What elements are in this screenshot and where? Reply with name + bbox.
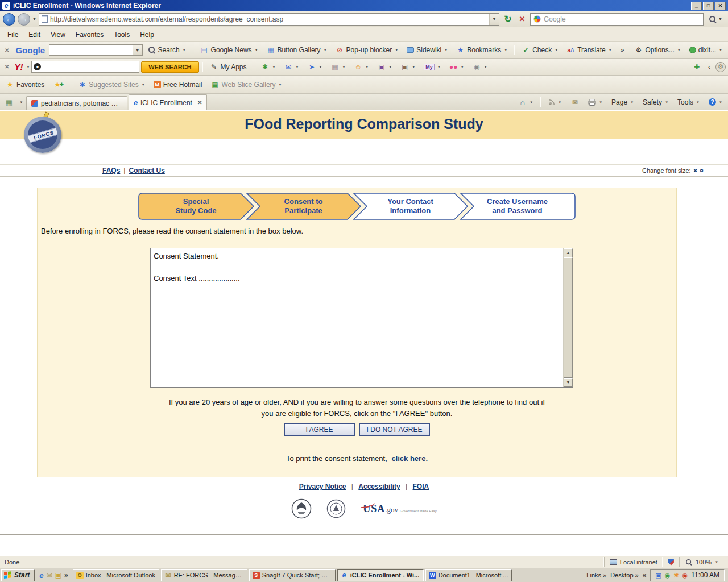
scroll-down-icon[interactable]: ▼ [564, 378, 573, 387]
zoom-dropdown-icon[interactable]: ▼ [715, 560, 718, 564]
search-box[interactable]: Google [530, 13, 704, 26]
help-menu-button[interactable]: ?▼ [705, 97, 726, 107]
yahoo-toolbar-close-icon[interactable]: ✕ [2, 64, 11, 70]
tab-close-icon[interactable]: ✕ [197, 99, 202, 106]
maximize-button[interactable]: □ [703, 2, 714, 10]
stop-button[interactable]: ✕ [516, 15, 528, 23]
flickr-button[interactable]: ●●▼ [446, 61, 468, 73]
taskbar-task-snagit[interactable]: S SnagIt 7 Quick Start; Ca... [249, 569, 336, 581]
home-button[interactable]: ⌂▼ [515, 96, 536, 108]
translate-button[interactable]: aA Translate ▼ [563, 44, 615, 56]
web-search-button[interactable]: WEB SEARCH [141, 61, 198, 73]
web-slice-gallery-button[interactable]: ▦ Web Slice Gallery ▼ [207, 78, 285, 90]
google-search-input[interactable]: ▼ [49, 44, 143, 56]
url-input[interactable] [50, 15, 487, 23]
close-button[interactable]: ✕ [715, 2, 726, 10]
add-favorite-button[interactable]: ★ ✚ [49, 78, 67, 90]
yahoo-messenger-button[interactable]: ▣▼ [374, 61, 395, 73]
i-agree-button[interactable]: I AGREE [284, 423, 355, 436]
spellcheck-button[interactable]: ✓ Check ▼ [518, 44, 561, 56]
page-menu-button[interactable]: Page▼ [608, 97, 637, 108]
forward-button[interactable]: → [18, 13, 30, 26]
consent-scrollbar[interactable]: ▲ ▼ [563, 248, 573, 387]
google-search-button[interactable]: Search ▼ [144, 44, 189, 56]
yahoo-share-button[interactable]: ➤▼ [304, 61, 325, 73]
menu-view[interactable]: View [46, 28, 71, 41]
history-dropdown-icon[interactable]: ▼ [32, 17, 36, 21]
menu-favorites[interactable]: Favorites [71, 28, 109, 41]
quicklaunch-mail-icon[interactable]: ✉ [47, 571, 52, 579]
usagov-logo[interactable]: USA .gov Government Made Easy [361, 503, 436, 515]
search-provider-dropdown-icon[interactable]: ▼ [718, 17, 722, 21]
tab-iclic-enrollment[interactable]: e iCLIC Enrollment ✕ [129, 94, 207, 110]
taskbar-task-word[interactable]: W Document1 - Microsoft ... [425, 569, 512, 581]
yahoo-apps-button[interactable]: ✱▼ [258, 61, 279, 73]
google-options-button[interactable]: ⚙ Options... ▼ [631, 44, 684, 56]
yahoo-mail-button[interactable]: ✉▼ [281, 61, 303, 73]
quicklaunch-ie-icon[interactable]: e [39, 571, 43, 580]
yahoo-search-input[interactable]: ● [31, 61, 139, 73]
tray-expand-chevron[interactable]: « [643, 571, 647, 579]
consent-statement-box[interactable]: Consent Statement. Consent Text ........… [150, 248, 573, 388]
sidewiki-button[interactable]: Sidewiki ▼ [403, 44, 451, 56]
accessibility-link[interactable]: Accessibility [358, 483, 400, 490]
taskbar-task-message[interactable]: ✉ RE: FORCS - Message (H... [161, 569, 247, 581]
scroll-up-icon[interactable]: ▲ [564, 248, 573, 257]
google-toolbar-close-icon[interactable]: ✕ [2, 47, 11, 53]
bookmarks-button[interactable]: ★ Bookmarks ▼ [453, 44, 511, 56]
tray-network-icon[interactable]: ▣ [655, 572, 661, 579]
google-search-dropdown-icon[interactable]: ▼ [133, 45, 142, 55]
feeds-button[interactable]: ▼ [545, 97, 565, 107]
privacy-notice-link[interactable]: Privacy Notice [299, 483, 346, 490]
google-news-button[interactable]: ▤ Google News ▼ [197, 44, 262, 56]
taskbar-task-iclic[interactable]: e iCLIC Enrollment - Wi... [337, 569, 424, 581]
add-app-button[interactable]: ✚ [690, 61, 703, 73]
i-do-not-agree-button[interactable]: I DO NOT AGREE [359, 423, 430, 436]
safety-menu-button[interactable]: Safety▼ [639, 97, 672, 108]
taskbar-clock[interactable]: 11:00 AM [691, 571, 719, 579]
quicklaunch-overflow-chevron[interactable]: » [64, 571, 68, 579]
taskbar-task-outlook[interactable]: O Inbox - Microsoft Outlook [73, 569, 159, 581]
print-button[interactable]: ▼ [585, 97, 606, 107]
quicklaunch-folder-icon[interactable]: ▣ [55, 571, 61, 579]
dropdown-icon[interactable]: ▼ [26, 65, 30, 69]
suggested-sites-button[interactable]: ✱ Suggested Sites ▼ [75, 78, 148, 90]
links-toolbar[interactable]: Links » [586, 572, 606, 579]
font-increase-icon[interactable]: « [698, 169, 706, 173]
menu-tools[interactable]: Tools [109, 28, 135, 41]
quick-tabs-icon[interactable]: ▦ [2, 96, 16, 109]
google-account-button[interactable]: dixit... ▼ [686, 44, 726, 56]
url-dropdown-icon[interactable]: ▼ [489, 14, 499, 25]
scrollbar-thumb[interactable] [564, 257, 573, 378]
contact-us-link[interactable]: Contact Us [129, 167, 164, 174]
favorites-button[interactable]: ★ Favorites [2, 78, 48, 90]
zoom-control[interactable]: 100% ▼ [679, 557, 723, 567]
refresh-button[interactable]: ↻ [502, 14, 514, 24]
yahoo-camera-button[interactable]: ◉▼ [469, 61, 491, 73]
menu-help[interactable]: Help [135, 28, 159, 41]
tools-menu-button[interactable]: Tools▼ [674, 97, 703, 108]
google-overflow-button[interactable]: » [617, 44, 628, 56]
popup-blocker-button[interactable]: ⊘ Pop-up blocker ▼ [332, 44, 402, 56]
print-consent-link[interactable]: click here. [391, 454, 428, 463]
search-go-button[interactable]: ▼ [706, 13, 725, 26]
yahoo-answers-button[interactable]: ▦▼ [327, 61, 349, 73]
foia-link[interactable]: FOIA [413, 483, 429, 490]
minimize-button[interactable]: _ [691, 2, 702, 10]
tab-list-dropdown-icon[interactable]: ▼ [17, 96, 25, 109]
tray-volume-icon[interactable]: ✱ [673, 572, 679, 579]
read-mail-button[interactable]: ✉ [567, 96, 582, 108]
tray-update-icon[interactable]: ◉ [665, 572, 671, 579]
collapse-toolbar-button[interactable]: ‹ [705, 61, 714, 73]
menu-file[interactable]: File [2, 28, 23, 41]
back-button[interactable]: ← [3, 13, 15, 26]
my-apps-button[interactable]: ✎ My Apps [206, 61, 250, 73]
menu-edit[interactable]: Edit [23, 28, 46, 41]
tab-pediatricians[interactable]: pediatricians, potomac md - ... [26, 96, 127, 110]
yahoo-my-button[interactable]: My▼ [420, 62, 444, 72]
tray-security-icon[interactable]: ◉ [682, 572, 688, 579]
yahoo-briefcase-button[interactable]: ▣▼ [397, 61, 419, 73]
free-hotmail-button[interactable]: M Free Hotmail [150, 79, 206, 90]
yahoo-smiley-button[interactable]: ☺▼ [350, 61, 372, 73]
desktop-toolbar[interactable]: Desktop » [610, 572, 638, 579]
